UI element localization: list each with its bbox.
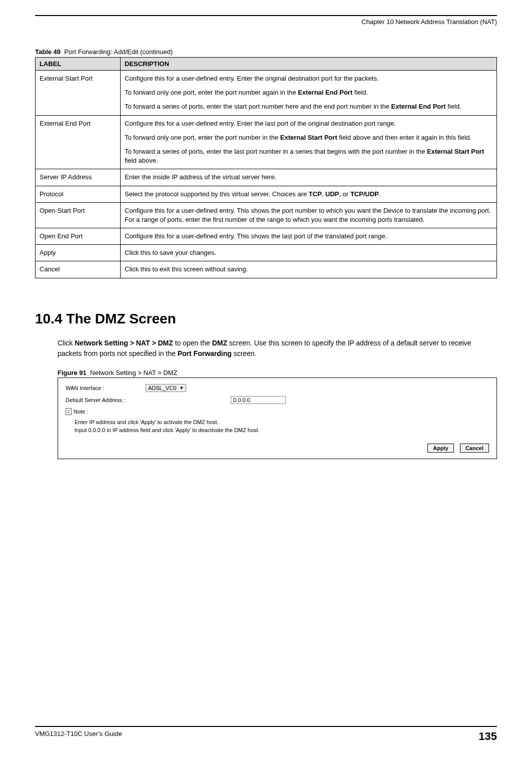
- row-description-para: To forward only one port, enter the port…: [125, 133, 492, 142]
- row-description: Enter the inside IP address of the virtu…: [121, 169, 497, 186]
- chapter-title: Chapter 10 Network Address Translation (…: [35, 18, 497, 26]
- row-label: Apply: [36, 245, 121, 261]
- port-forwarding-table: LABEL DESCRIPTION External Start PortCon…: [35, 57, 497, 278]
- row-description-para: To forward a series of ports, enter the …: [125, 102, 492, 111]
- row-label: Cancel: [36, 261, 121, 278]
- table-row: Open Start PortConfigure this for a user…: [36, 202, 497, 228]
- row-description-para: Enter the inside IP address of the virtu…: [125, 173, 492, 182]
- row-description-para: Select the protocol supported by this vi…: [125, 190, 492, 199]
- row-description: Configure this for a user-defined entry.…: [121, 202, 497, 228]
- row-description-para: Configure this for a user-defined entry.…: [125, 74, 492, 83]
- figure-caption-text: Network Setting > NAT > DMZ: [90, 369, 177, 376]
- row-label: External Start Port: [36, 71, 121, 116]
- wan-interface-value: ADSL_VC0: [148, 385, 176, 391]
- row-description: Configure this for a user-defined entry.…: [121, 228, 497, 245]
- row-description: Configure this for a user-defined entry.…: [121, 115, 497, 169]
- row-description: Click this to exit this screen without s…: [121, 261, 497, 278]
- row-description-para: Click this to exit this screen without s…: [125, 265, 492, 274]
- table-header-description: DESCRIPTION: [121, 58, 497, 71]
- row-description-para: Configure this for a user-defined entry.…: [125, 206, 492, 224]
- row-description-para: Configure this for a user-defined entry.…: [125, 232, 492, 241]
- page-footer: VMG1312-T10C User’s Guide 135: [35, 726, 497, 743]
- table-row: ApplyClick this to save your changes.: [36, 245, 497, 261]
- row-description: Configure this for a user-defined entry.…: [121, 71, 497, 116]
- note-block: Note : Enter IP address and click 'Apply…: [66, 408, 489, 435]
- chevron-down-icon: ▼: [179, 386, 184, 391]
- row-description-para: To forward only one port, enter the port…: [125, 88, 492, 97]
- table-caption-label: Table 49: [35, 48, 61, 56]
- section-heading: 10.4 The DMZ Screen: [35, 311, 497, 327]
- section-body: Click Network Setting > NAT > DMZ to ope…: [58, 338, 497, 359]
- table-caption-text: Port Forwarding: Add/Edit (continued): [64, 48, 173, 56]
- footer-guide: VMG1312-T10C User’s Guide: [35, 730, 122, 743]
- row-label: Server IP Address: [36, 169, 121, 186]
- dmz-figure: WAN Interface : ADSL_VC0 ▼ Default Serve…: [58, 377, 497, 459]
- note-line-2: Input 0.0.0.0 in IP address field and cl…: [75, 426, 489, 435]
- cancel-button[interactable]: Cancel: [460, 444, 489, 453]
- table-row: Open End PortConfigure this for a user-d…: [36, 228, 497, 245]
- table-row: ProtocolSelect the protocol supported by…: [36, 186, 497, 202]
- header-rule: [35, 15, 497, 16]
- note-label: Note :: [74, 409, 88, 415]
- figure-caption: Figure 91 Network Setting > NAT > DMZ: [58, 369, 497, 376]
- table-caption: Table 49 Port Forwarding: Add/Edit (cont…: [35, 48, 497, 56]
- table-row: External End PortConfigure this for a us…: [36, 115, 497, 169]
- default-server-input[interactable]: [231, 396, 286, 404]
- table-row: Server IP AddressEnter the inside IP add…: [36, 169, 497, 186]
- table-header-label: LABEL: [36, 58, 121, 71]
- row-description-para: Configure this for a user-defined entry.…: [125, 119, 492, 128]
- row-description-para: To forward a series of ports, enter the …: [125, 147, 492, 165]
- note-line-1: Enter IP address and click 'Apply' to ac…: [75, 418, 489, 427]
- wan-interface-label: WAN Interface :: [66, 385, 146, 391]
- table-row: External Start PortConfigure this for a …: [36, 71, 497, 116]
- row-label: Open End Port: [36, 228, 121, 245]
- table-row: CancelClick this to exit this screen wit…: [36, 261, 497, 278]
- row-label: External End Port: [36, 115, 121, 169]
- wan-interface-select[interactable]: ADSL_VC0 ▼: [146, 384, 186, 392]
- apply-button[interactable]: Apply: [427, 444, 454, 453]
- row-label: Open Start Port: [36, 202, 121, 228]
- note-icon: [66, 408, 72, 415]
- default-server-label: Default Server Address :: [66, 397, 146, 403]
- figure-caption-label: Figure 91: [58, 369, 87, 376]
- row-description: Select the protocol supported by this vi…: [121, 186, 497, 202]
- page-number: 135: [478, 730, 497, 743]
- row-description: Click this to save your changes.: [121, 245, 497, 261]
- row-label: Protocol: [36, 186, 121, 202]
- row-description-para: Click this to save your changes.: [125, 248, 492, 257]
